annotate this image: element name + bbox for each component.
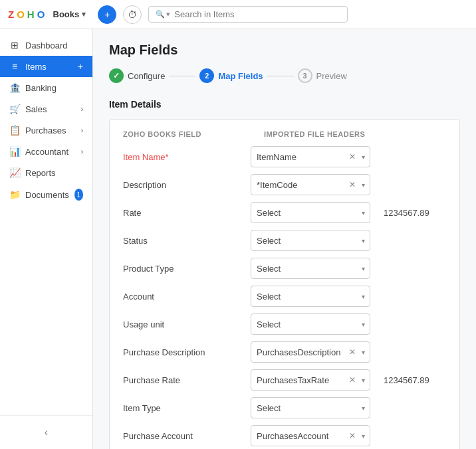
form-row-description: Description *ItemCode ✕ ▾ [123,174,446,195]
accountant-arrow-icon: › [81,148,83,155]
history-button[interactable]: ⏱ [123,5,142,24]
select-usage-unit[interactable]: Select ▾ [251,314,370,335]
field-label-rate: Rate [123,208,243,218]
form-row-status: Status Select ▾ [123,230,446,251]
plus-icon: + [104,9,110,20]
form-row-purchase-description: Purchase Description PurchasesDescriptio… [123,341,446,363]
field-label-description: Description [123,180,243,190]
form-row-account: Account Select ▾ [123,286,446,307]
step-connector-1 [169,76,195,76]
purchases-icon: 📋 [9,125,20,135]
select-account[interactable]: Select ▾ [251,286,370,307]
items-icon: ≡ [9,61,20,72]
col-header-field: ZOHO BOOKS FIELD [123,130,256,138]
select-product-type[interactable]: Select ▾ [251,258,370,279]
sidebar-item-label: Dashboard [25,41,68,50]
items-add-icon[interactable]: + [78,61,83,72]
clear-purchase-description[interactable]: ✕ [349,347,356,357]
sidebar-item-sales[interactable]: 🛒 Sales › [0,98,92,120]
logo-chevron[interactable]: ▾ [82,10,86,19]
logo-o2: O [37,9,45,20]
select-rate-input[interactable]: Select [251,202,370,223]
col-headers: ZOHO BOOKS FIELD IMPORTED FILE HEADERS [123,130,446,138]
add-button[interactable]: + [98,5,116,24]
field-label-item-name: Item Name* [123,152,243,162]
select-product-type-input[interactable]: Select [251,258,370,279]
step-preview-label: Preview [316,71,347,81]
step-preview-circle: 3 [298,68,312,83]
select-purchase-rate[interactable]: PurchasesTaxRate ✕ ▾ [251,369,370,391]
logo-o1: O [17,9,25,20]
step-map-fields[interactable]: 2 Map Fields [199,68,263,83]
content-area: Map Fields ✓ Configure 2 Map Fields 3 Pr… [93,29,476,449]
sidebar: ⊞ Dashboard ≡ Items + 🏦 Banking 🛒 Sales … [0,29,93,449]
select-rate[interactable]: Select ▾ [251,202,370,223]
section-title: Item Details [109,99,460,110]
select-status[interactable]: Select ▾ [251,230,370,251]
field-label-status: Status [123,236,243,246]
rate-preview: 1234567.89 [378,208,429,218]
accountant-icon: 📊 [9,146,20,157]
sidebar-item-accountant[interactable]: 📊 Accountant › [0,141,92,162]
sidebar-item-purchases[interactable]: 📋 Purchases › [0,120,92,141]
select-description[interactable]: *ItemCode ✕ ▾ [251,174,370,195]
purchases-arrow-icon: › [81,127,83,134]
search-input[interactable] [174,9,340,19]
dashboard-icon: ⊞ [9,40,20,50]
form-row-item-name: Item Name* ItemName ✕ ▾ [123,146,446,167]
col-header-imported: IMPORTED FILE HEADERS [264,130,397,138]
select-purchase-account[interactable]: PurchasesAccount ✕ ▾ [251,425,370,446]
field-label-usage-unit: Usage unit [123,319,243,329]
form-row-product-type: Product Type Select ▾ [123,258,446,279]
clear-purchase-account[interactable]: ✕ [349,431,356,440]
step-map-fields-circle: 2 [199,68,214,83]
step-configure-label: Configure [128,71,165,81]
logo-z: Z [8,9,14,20]
select-item-name[interactable]: ItemName ✕ ▾ [251,146,370,167]
field-label-product-type: Product Type [123,264,243,274]
field-label-purchase-rate: Purchase Rate [123,375,243,385]
select-account-input[interactable]: Select [251,286,370,307]
top-nav: ZOHO Books ▾ + ⏱ 🔍 ▾ [0,0,476,29]
select-status-input[interactable]: Select [251,230,370,251]
step-configure[interactable]: ✓ Configure [109,68,165,83]
sidebar-bottom: ‹ [0,415,92,449]
form-row-item-type: Item Type Select ▾ [123,397,446,418]
sidebar-item-documents[interactable]: 📁 Documents 1 [0,183,92,206]
clear-description[interactable]: ✕ [349,180,356,189]
select-item-type-input[interactable]: Select [251,397,370,418]
search-bar[interactable]: 🔍 ▾ [148,6,348,23]
select-usage-unit-input[interactable]: Select [251,314,370,335]
sidebar-item-label: Sales [25,104,47,114]
step-map-fields-label: Map Fields [218,71,263,81]
clear-item-name[interactable]: ✕ [349,152,356,161]
search-dropdown-icon[interactable]: 🔍 ▾ [156,10,170,19]
step-preview[interactable]: 3 Preview [298,68,347,83]
sidebar-item-label: Items [25,62,47,72]
step-connector-2 [267,76,294,76]
sidebar-item-label: Documents [25,190,69,200]
banking-icon: 🏦 [9,82,20,93]
search-icon: 🔍 [156,10,165,19]
select-purchase-description[interactable]: PurchasesDescription ✕ ▾ [251,341,370,363]
sidebar-item-dashboard[interactable]: ⊞ Dashboard [0,35,92,56]
logo-h: H [27,9,35,20]
app-logo[interactable]: ZOHO Books ▾ [8,9,86,20]
sidebar-collapse-button[interactable]: ‹ [7,422,86,442]
form-row-usage-unit: Usage unit Select ▾ [123,314,446,335]
sidebar-item-label: Purchases [25,126,66,135]
sidebar-item-items[interactable]: ≡ Items + [0,56,92,77]
field-label-purchase-account: Purchase Account [123,431,243,441]
form-row-purchase-rate: Purchase Rate PurchasesTaxRate ✕ ▾ 12345… [123,369,446,391]
sidebar-item-reports[interactable]: 📈 Reports [0,162,92,183]
reports-icon: 📈 [9,167,20,178]
select-item-type[interactable]: Select ▾ [251,397,370,418]
clear-purchase-rate[interactable]: ✕ [349,375,356,385]
main-layout: ⊞ Dashboard ≡ Items + 🏦 Banking 🛒 Sales … [0,29,476,449]
field-label-purchase-description: Purchase Description [123,347,243,357]
sidebar-item-banking[interactable]: 🏦 Banking [0,77,92,98]
purchase-rate-preview: 1234567.89 [378,375,429,385]
sidebar-item-label: Accountant [25,147,68,157]
form-row-rate: Rate Select ▾ 1234567.89 [123,202,446,223]
documents-badge: 1 [74,189,83,201]
